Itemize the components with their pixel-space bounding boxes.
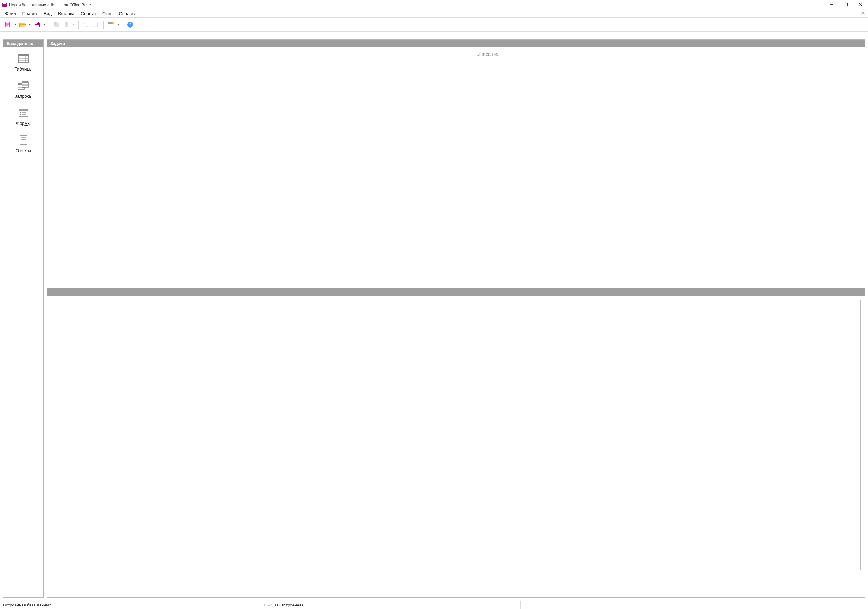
menubar: Файл Правка Вид Вставка Сервис Окно Спра…	[0, 9, 868, 18]
description-label: Описание	[477, 51, 860, 57]
sort-desc-button: Z A	[91, 20, 101, 29]
toolbar-separator	[49, 20, 49, 29]
save-button[interactable]	[32, 20, 42, 29]
forms-label: Формы	[16, 121, 31, 126]
toolbar-separator	[122, 20, 123, 29]
help-button[interactable]: ?	[126, 20, 135, 29]
reports-label: Отчёты	[16, 148, 31, 153]
svg-point-44	[20, 114, 21, 114]
toolbar-separator	[103, 20, 104, 29]
svg-rect-23	[108, 26, 110, 26]
svg-text:Z: Z	[93, 22, 95, 25]
window-title: Новая база данных.odb — LibreOffice Base	[9, 3, 91, 7]
queries-label: Запросы	[15, 94, 32, 99]
paste-button	[62, 20, 71, 29]
svg-rect-3	[830, 5, 833, 5]
svg-rect-43	[22, 112, 26, 113]
database-sidebar: База данных Таблицы	[3, 39, 44, 598]
app-icon	[2, 2, 7, 7]
status-rest	[521, 601, 868, 609]
menu-edit[interactable]: Правка	[19, 10, 40, 17]
titlebar: Новая база данных.odb — LibreOffice Base	[0, 0, 868, 9]
svg-rect-2	[3, 5, 6, 5]
svg-rect-11	[37, 23, 38, 24]
sidebar-item-reports[interactable]: Отчёты	[3, 135, 43, 153]
svg-rect-8	[6, 25, 8, 25]
svg-rect-9	[36, 22, 38, 24]
content-column: Задачи Описание	[47, 39, 865, 598]
preview-box	[476, 300, 861, 570]
objects-panel	[47, 288, 865, 598]
menu-view[interactable]: Вид	[40, 10, 55, 17]
sort-asc-button: A Z	[81, 20, 91, 29]
minimize-button[interactable]	[824, 0, 839, 9]
menu-file[interactable]: Файл	[2, 10, 19, 17]
toolbar: A Z Z A ?	[0, 18, 868, 32]
svg-point-42	[20, 112, 21, 113]
sidebar-header: База данных	[3, 40, 43, 48]
tasks-list[interactable]	[47, 51, 472, 281]
svg-rect-27	[19, 54, 28, 56]
svg-rect-47	[21, 137, 26, 138]
objects-list[interactable]	[47, 296, 472, 597]
form-wizard-button[interactable]	[106, 20, 116, 29]
svg-rect-7	[6, 24, 9, 25]
tables-icon	[17, 53, 30, 64]
tables-label: Таблицы	[14, 66, 32, 71]
svg-text:?: ?	[129, 22, 132, 27]
svg-rect-45	[22, 114, 26, 114]
main-area: База данных Таблицы	[0, 36, 868, 601]
svg-rect-22	[108, 25, 110, 25]
svg-rect-50	[21, 142, 24, 142]
status-engine: HSQLDB встроенная	[260, 601, 521, 609]
menu-window[interactable]: Окно	[99, 10, 116, 17]
paste-dropdown	[72, 20, 76, 29]
close-button[interactable]	[853, 0, 868, 9]
svg-rect-4	[845, 3, 848, 6]
new-document-dropdown[interactable]	[13, 20, 17, 29]
maximize-button[interactable]	[839, 0, 853, 9]
tasks-panel: Задачи Описание	[47, 39, 865, 285]
svg-rect-48	[21, 139, 26, 140]
reports-icon	[17, 135, 30, 145]
save-dropdown[interactable]	[42, 20, 46, 29]
objects-header	[47, 288, 865, 296]
svg-rect-1	[3, 3, 6, 4]
svg-rect-10	[36, 25, 39, 26]
svg-rect-15	[65, 22, 67, 23]
sidebar-item-forms[interactable]: Формы	[3, 108, 43, 126]
toolbar-bottom-rule	[0, 32, 868, 36]
objects-preview-pane	[472, 296, 865, 597]
form-wizard-dropdown[interactable]	[116, 20, 120, 29]
tasks-header: Задачи	[47, 40, 865, 48]
svg-rect-6	[6, 23, 9, 23]
copy-button	[52, 20, 61, 29]
forms-icon	[17, 108, 30, 118]
open-button[interactable]	[18, 20, 27, 29]
menu-insert[interactable]: Вставка	[55, 10, 78, 17]
queries-icon	[17, 80, 30, 91]
new-document-button[interactable]	[3, 20, 13, 29]
svg-text:A: A	[83, 22, 85, 25]
svg-rect-12	[54, 22, 57, 26]
tasks-description-pane: Описание	[472, 48, 865, 284]
toolbar-separator	[78, 20, 79, 29]
svg-text:Z: Z	[83, 25, 85, 28]
menu-tools[interactable]: Сервис	[78, 10, 99, 17]
svg-rect-41	[19, 109, 28, 111]
svg-rect-49	[21, 141, 26, 141]
status-db-type: Встроенная база данных	[0, 601, 260, 609]
menu-help[interactable]: Справка	[116, 10, 140, 17]
sidebar-item-queries[interactable]: Запросы	[3, 80, 43, 99]
close-document-button[interactable]	[860, 10, 866, 17]
svg-rect-37	[22, 82, 28, 83]
statusbar: Встроенная база данных HSQLDB встроенная	[0, 601, 868, 609]
svg-text:A: A	[93, 25, 95, 28]
sidebar-item-tables[interactable]: Таблицы	[3, 53, 43, 71]
window-controls	[824, 0, 868, 9]
svg-rect-14	[65, 22, 68, 27]
open-dropdown[interactable]	[28, 20, 32, 29]
svg-rect-13	[56, 23, 59, 27]
